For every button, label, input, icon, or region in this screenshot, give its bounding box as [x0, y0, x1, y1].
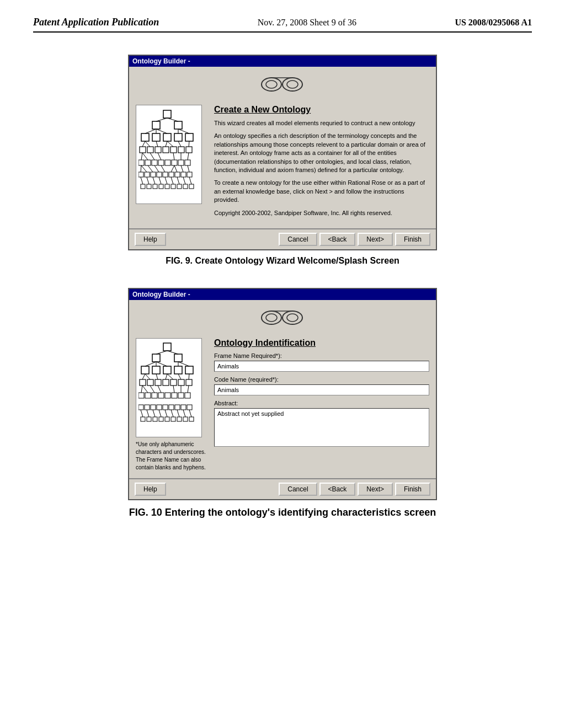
svg-rect-27 — [186, 147, 192, 153]
page-header: Patent Application Publication Nov. 27, … — [33, 17, 532, 33]
fig9-title-text: Ontology Builder - — [132, 57, 190, 65]
svg-line-152 — [183, 410, 185, 417]
svg-line-59 — [141, 165, 141, 172]
svg-rect-101 — [185, 366, 193, 374]
fig9-titlebar: Ontology Builder - — [129, 56, 436, 67]
svg-line-81 — [165, 177, 167, 184]
fig10-frame-input[interactable] — [214, 361, 429, 372]
svg-line-129 — [141, 386, 142, 393]
svg-rect-11 — [141, 133, 149, 141]
svg-rect-40 — [172, 160, 177, 165]
svg-line-32 — [167, 141, 173, 147]
svg-rect-41 — [178, 160, 184, 165]
fig9-cancel-button[interactable]: Cancel — [279, 233, 317, 246]
fig10-logo-icon — [255, 306, 310, 328]
svg-line-64 — [171, 165, 174, 172]
svg-line-145 — [141, 410, 143, 417]
svg-point-89 — [282, 311, 302, 324]
svg-line-106 — [178, 362, 189, 366]
svg-rect-121 — [138, 393, 144, 398]
svg-line-63 — [161, 165, 165, 172]
svg-line-29 — [145, 141, 150, 147]
svg-line-34 — [189, 141, 189, 147]
svg-rect-161 — [183, 417, 188, 421]
svg-rect-68 — [141, 184, 145, 189]
svg-rect-14 — [174, 133, 182, 141]
svg-rect-56 — [175, 172, 180, 177]
svg-rect-53 — [157, 172, 162, 177]
svg-line-67 — [188, 165, 189, 172]
svg-rect-36 — [145, 160, 151, 165]
svg-rect-157 — [159, 417, 163, 421]
svg-line-20 — [178, 129, 189, 133]
svg-rect-38 — [158, 160, 164, 165]
svg-rect-154 — [141, 417, 145, 421]
svg-line-43 — [141, 153, 142, 160]
svg-rect-42 — [185, 160, 190, 165]
svg-line-31 — [166, 141, 167, 147]
svg-line-146 — [147, 410, 149, 417]
svg-rect-100 — [174, 366, 182, 374]
svg-rect-107 — [140, 379, 146, 386]
svg-rect-162 — [189, 417, 194, 421]
fig10-buttons: Help Cancel <Back Next> Finish — [129, 479, 436, 499]
svg-line-119 — [178, 374, 181, 379]
patent-number-label: US 2008/0295068 A1 — [455, 18, 532, 28]
svg-line-33 — [178, 141, 181, 147]
svg-rect-94 — [174, 354, 182, 362]
fig10-wizard-title: Ontology Indentification — [214, 338, 429, 348]
fig9-para2: An ontology specifies a rich description… — [214, 132, 429, 174]
fig10-next-button[interactable]: Next> — [358, 483, 393, 496]
svg-rect-128 — [185, 393, 190, 398]
svg-line-80 — [159, 177, 161, 184]
svg-point-86 — [262, 311, 281, 324]
svg-line-96 — [167, 351, 178, 354]
fig10-cancel-button[interactable]: Cancel — [279, 483, 317, 496]
svg-rect-139 — [157, 405, 162, 410]
svg-line-102 — [145, 362, 156, 366]
fig10-help-button[interactable]: Help — [135, 483, 166, 496]
fig10-back-button[interactable]: <Back — [319, 483, 356, 496]
svg-rect-12 — [152, 133, 160, 141]
svg-line-130 — [142, 386, 148, 393]
fig9-logo-icon — [255, 72, 310, 94]
svg-line-84 — [183, 177, 185, 184]
svg-line-132 — [158, 386, 161, 393]
svg-rect-138 — [151, 405, 156, 410]
svg-line-61 — [148, 165, 153, 172]
fig10-tree-svg — [138, 342, 199, 433]
fig9-left-panel — [136, 105, 207, 222]
svg-rect-137 — [145, 405, 150, 410]
svg-rect-159 — [171, 417, 175, 421]
fig9-next-button[interactable]: Next> — [358, 233, 393, 246]
svg-line-82 — [171, 177, 173, 184]
svg-line-117 — [166, 374, 167, 379]
fig10-finish-button[interactable]: Finish — [395, 483, 430, 496]
svg-rect-126 — [172, 393, 177, 398]
svg-line-150 — [171, 410, 173, 417]
fig9-body: Create a New Ontology This wizard create… — [129, 98, 436, 228]
svg-rect-7 — [152, 121, 160, 129]
fig10-dialog: Ontology Builder - — [128, 288, 437, 500]
svg-rect-39 — [165, 160, 170, 165]
fig10-abstract-textarea[interactable] — [214, 408, 429, 447]
svg-line-66 — [181, 165, 183, 172]
svg-line-104 — [156, 362, 167, 366]
fig10-titlebar: Ontology Builder - — [129, 289, 436, 300]
svg-line-79 — [153, 177, 155, 184]
fig9-back-button[interactable]: <Back — [319, 233, 356, 246]
svg-rect-144 — [187, 405, 192, 410]
fig10-code-input[interactable] — [214, 384, 429, 395]
publication-label: Patent Application Publication — [33, 17, 159, 28]
svg-rect-136 — [138, 405, 143, 410]
svg-rect-72 — [165, 184, 169, 189]
svg-line-9 — [156, 118, 167, 121]
svg-line-149 — [165, 410, 167, 417]
svg-line-28 — [142, 141, 145, 147]
svg-rect-140 — [163, 405, 168, 410]
fig9-finish-button[interactable]: Finish — [395, 233, 430, 246]
svg-rect-108 — [147, 379, 153, 386]
svg-line-120 — [189, 374, 189, 379]
svg-rect-155 — [147, 417, 151, 421]
fig9-help-button[interactable]: Help — [135, 233, 166, 246]
